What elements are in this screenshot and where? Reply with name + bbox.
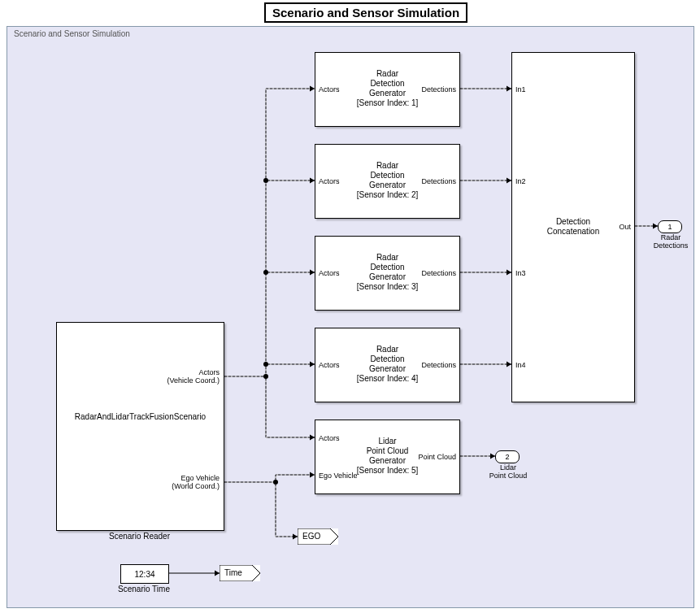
outport2-l2: Point Cloud (489, 472, 528, 480)
scenario-reader-name: RadarAndLidarTrackFusionScenario (75, 412, 206, 422)
radar4-l3: Generator (369, 364, 406, 374)
radar3-l4: [Sensor Index: 3] (357, 282, 419, 292)
time-goto-tag[interactable]: Time (220, 565, 260, 581)
lidar-l4: [Sensor Index: 5] (357, 466, 419, 476)
radar1-l3: Generator (369, 89, 406, 98)
concat-in4: In4 (515, 361, 526, 369)
radar4-l4: [Sensor Index: 4] (357, 374, 419, 384)
clock-caption: Scenario Time (109, 585, 179, 593)
lidar-l3: Generator (369, 456, 406, 466)
radar2-l4: [Sensor Index: 2] (357, 190, 419, 200)
scenario-reader-caption: Scenario Reader (56, 532, 223, 541)
detection-concat-block[interactable]: In1 In2 In3 In4 Detection Concatenation … (511, 52, 635, 402)
radar1-l2: Detection (370, 79, 404, 89)
radar-block-3[interactable]: Actors Radar Detection Generator [Sensor… (315, 236, 460, 311)
outport2-l1: Lidar (500, 463, 516, 472)
diagram-title: Scenario and Sensor Simulation (264, 2, 467, 23)
outport1-l1: Radar (661, 233, 681, 241)
concat-in1: In1 (515, 85, 526, 93)
concat-in2: In2 (515, 177, 526, 185)
concat-l2: Concatenation (547, 227, 600, 237)
port-ego-l2: (World Coord.) (172, 482, 220, 490)
clock-value: 12:34 (134, 570, 154, 579)
radar4-l2: Detection (370, 354, 404, 364)
radar3-l2: Detection (370, 263, 404, 272)
port-actors-l2: (Vehicle Coord.) (167, 376, 220, 385)
svg-point-2 (263, 270, 268, 275)
radar-block-2[interactable]: Actors Radar Detection Generator [Sensor… (315, 144, 460, 219)
radar2-l3: Generator (369, 180, 406, 190)
concat-in3: In3 (515, 269, 526, 277)
scenario-reader-block[interactable]: RadarAndLidarTrackFusionScenario Actors … (56, 322, 224, 531)
radar1-l1: Radar (376, 69, 398, 79)
radar4-l1: Radar (376, 345, 398, 354)
scenario-clock[interactable]: 12:34 (120, 564, 169, 584)
radar1-l4: [Sensor Index: 1] (357, 98, 419, 108)
radar1-port-out: Detections (421, 85, 456, 93)
svg-point-5 (273, 480, 278, 485)
radar-block-1[interactable]: Actors Radar Detection Generator [Sensor… (315, 52, 460, 127)
outport-radar-detections[interactable]: 1 (658, 220, 682, 233)
concat-l1: Detection (556, 217, 590, 227)
lidar-block[interactable]: Actors Ego Vehicle Lidar Point Cloud Gen… (315, 420, 460, 494)
radar-block-4[interactable]: Actors Radar Detection Generator [Sensor… (315, 328, 460, 402)
radar2-l1: Radar (376, 161, 398, 171)
radar2-port-out: Detections (421, 177, 456, 185)
outport1-l2: Detections (654, 241, 689, 250)
outport2-num: 2 (505, 453, 509, 461)
radar3-l1: Radar (376, 253, 398, 263)
radar3-l3: Generator (369, 272, 406, 282)
lidar-port-out: Point Cloud (418, 453, 456, 461)
subsystem-frame: Scenario and Sensor Simulation (7, 26, 694, 608)
svg-point-4 (263, 374, 268, 379)
port-ego-l1: Ego Vehicle (180, 474, 220, 482)
concat-out: Out (619, 223, 631, 231)
radar4-port-out: Detections (421, 361, 456, 369)
svg-point-3 (263, 362, 268, 367)
ego-goto-tag[interactable]: EGO (298, 528, 338, 545)
time-tag-text: Time (224, 568, 242, 577)
lidar-l1: Lidar (378, 437, 396, 446)
radar2-l2: Detection (370, 171, 404, 180)
lidar-l2: Point Cloud (367, 446, 409, 456)
outport1-num: 1 (667, 223, 672, 231)
svg-point-1 (263, 178, 268, 183)
port-actors-l1: Actors (198, 368, 220, 376)
radar3-port-out: Detections (421, 269, 456, 277)
ego-tag-text: EGO (302, 532, 320, 541)
outport-lidar-pointcloud[interactable]: 2 (495, 450, 520, 463)
